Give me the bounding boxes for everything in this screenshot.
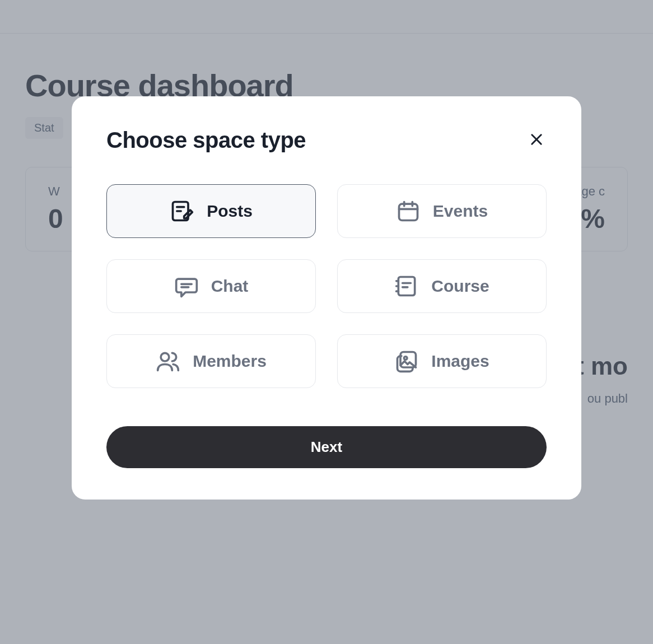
option-images[interactable]: Images	[337, 334, 547, 388]
svg-point-19	[404, 357, 408, 360]
option-label: Course	[431, 277, 489, 296]
option-label: Posts	[207, 202, 253, 221]
option-members[interactable]: Members	[106, 334, 316, 388]
close-icon	[529, 132, 544, 149]
posts-icon	[170, 199, 194, 223]
svg-point-17	[161, 353, 169, 361]
choose-space-type-modal: Choose space type	[72, 96, 581, 500]
option-chat[interactable]: Chat	[106, 259, 316, 313]
svg-rect-5	[399, 204, 417, 220]
images-icon	[394, 349, 419, 374]
option-course[interactable]: Course	[337, 259, 547, 313]
option-label: Members	[193, 352, 267, 371]
option-label: Chat	[211, 277, 249, 296]
events-icon	[396, 199, 421, 223]
modal-title: Choose space type	[106, 128, 306, 153]
modal-overlay[interactable]: Choose space type	[0, 0, 653, 644]
chat-icon	[174, 274, 199, 298]
close-button[interactable]	[526, 129, 547, 151]
option-label: Events	[433, 202, 488, 221]
modal-header: Choose space type	[106, 128, 547, 153]
option-posts[interactable]: Posts	[106, 184, 316, 238]
next-button[interactable]: Next	[106, 426, 547, 468]
option-label: Images	[431, 352, 489, 371]
members-icon	[156, 349, 180, 374]
course-icon	[394, 274, 419, 298]
option-events[interactable]: Events	[337, 184, 547, 238]
space-type-options: Posts Events	[106, 184, 547, 388]
